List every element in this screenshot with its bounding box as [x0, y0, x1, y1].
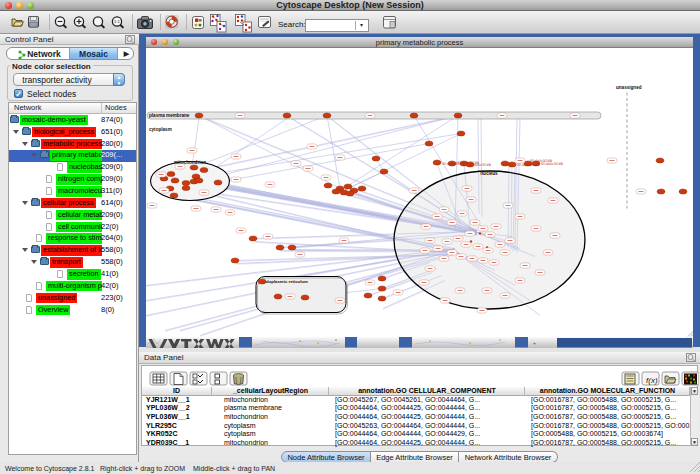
svg-text:1:1: 1:1: [114, 19, 120, 24]
svg-text:cytoplasm: cytoplasm: [149, 127, 172, 132]
svg-text:plasma membrane: plasma membrane: [149, 113, 190, 118]
svg-text:endoplasmic reticulum: endoplasmic reticulum: [261, 279, 308, 284]
svg-text:+: +: [533, 340, 536, 346]
svg-text:f(x): f(x): [646, 376, 658, 385]
svg-text:nucleus: nucleus: [480, 170, 498, 175]
svg-text:GO-a0a0a GO-b0b: GO-a0a0a GO-b0b: [457, 160, 480, 164]
svg-text:GO-a0a0a GO-b0b: GO-a0a0a GO-b0b: [530, 158, 553, 162]
svg-text:unassigned: unassigned: [616, 84, 642, 89]
